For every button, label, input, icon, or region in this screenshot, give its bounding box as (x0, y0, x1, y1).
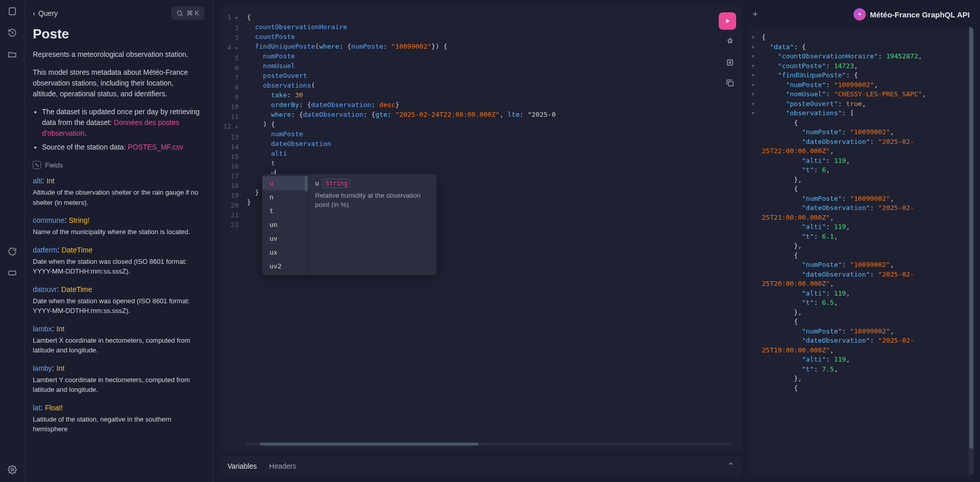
chevron-up-icon[interactable]: ⌃ (727, 461, 734, 471)
explorer-icon[interactable] (7, 49, 17, 59)
field-name: lat (33, 404, 40, 412)
field-name: datouvr (33, 285, 57, 294)
field-name: alti (33, 177, 42, 185)
field-desc: Lambert X coordinate in hectometers, com… (33, 336, 204, 355)
query-editor[interactable]: 1 ▼234 ▼56789101112 ▼1314151617181920212… (219, 6, 742, 451)
field-type: Int (47, 177, 55, 185)
play-icon (724, 17, 731, 25)
tab-headers[interactable]: Headers (269, 462, 296, 470)
doc-summary: Represents a meteorological observation … (33, 49, 204, 60)
field-type: String! (69, 216, 89, 224)
fields-section-header: Fields (33, 161, 204, 169)
svg-rect-0 (9, 8, 15, 15)
doc-title: Poste (33, 26, 204, 42)
field-item[interactable]: commune: String!Name of the municipality… (33, 216, 204, 237)
field-type: Int (56, 325, 65, 333)
run-button[interactable] (719, 12, 736, 30)
doc-pane: ‹ Query ⌘ K Poste Represents a meteorolo… (25, 0, 213, 482)
breadcrumb-label: Query (38, 9, 58, 17)
svg-rect-1 (9, 271, 16, 275)
keyboard-icon[interactable] (7, 268, 17, 278)
ac-doc-field: u (315, 179, 319, 187)
field-desc: Altitude of the observation shelter or t… (33, 187, 204, 207)
search-shortcut: ⌘ K (186, 9, 199, 17)
doc-bullet: The dataset is updated once per day by r… (42, 107, 204, 139)
svg-point-8 (35, 163, 36, 164)
prettify-icon[interactable] (724, 36, 736, 48)
fields-label: Fields (45, 161, 63, 169)
ac-doc-desc: Relative humidity at the observation poi… (315, 191, 430, 209)
svg-point-9 (38, 166, 39, 167)
field-item[interactable]: lat: Float!Latitude of the station, nega… (33, 403, 204, 434)
settings-icon[interactable] (7, 465, 17, 475)
autocomplete-popup: untunuvuxuv2 u String Relative humidity … (262, 174, 436, 275)
response-viewer[interactable]: ▼▼▼▼▼▼▼▼▼ { "data": { "countObservationH… (748, 27, 974, 476)
field-name: commune (33, 216, 64, 224)
main-area: 1 ▼234 ▼56789101112 ▼1314151617181920212… (213, 0, 980, 482)
svg-point-7 (36, 164, 38, 166)
field-desc: Date when the station was opened (ISO 86… (33, 296, 204, 316)
field-desc: Date when the station was closed (ISO 86… (33, 257, 204, 277)
copy-icon[interactable] (724, 77, 736, 89)
refresh-icon[interactable] (7, 246, 17, 257)
svg-point-4 (11, 469, 13, 471)
autocomplete-item[interactable]: un (262, 218, 308, 232)
logo-icon: ✦ (853, 8, 866, 20)
autocomplete-item[interactable]: uv2 (262, 259, 308, 273)
field-name: lamby (33, 364, 52, 372)
svg-rect-11 (728, 81, 733, 86)
tab-variables[interactable]: Variables (227, 462, 257, 470)
field-item[interactable]: alti: IntAltitude of the observation she… (33, 176, 204, 207)
merge-icon[interactable] (724, 56, 736, 69)
field-name: datferm (33, 246, 57, 254)
field-item[interactable]: datouvr: DateTimeDate when the station w… (33, 285, 204, 316)
search-icon (176, 10, 183, 17)
history-icon[interactable] (7, 28, 17, 38)
doc-detail: This model stores metadata about Météo-F… (33, 67, 204, 99)
fields-icon (33, 161, 41, 169)
autocomplete-scrollbar[interactable] (305, 176, 307, 192)
breadcrumb[interactable]: ‹ Query (33, 9, 58, 17)
autocomplete-item[interactable]: uv (262, 232, 308, 245)
svg-line-6 (181, 14, 182, 16)
autocomplete-item[interactable]: ux (262, 245, 308, 259)
search-button[interactable]: ⌘ K (171, 6, 204, 20)
field-type: DateTime (61, 285, 92, 294)
bottom-tabs: Variables Headers ⌃ (219, 456, 742, 476)
autocomplete-item[interactable]: t (262, 204, 308, 218)
field-item[interactable]: lambx: IntLambert X coordinate in hectom… (33, 324, 204, 355)
field-type: Float! (45, 404, 63, 412)
field-item[interactable]: datferm: DateTimeDate when the station w… (33, 245, 204, 277)
doc-link[interactable]: POSTES_MF.csv (128, 143, 183, 151)
left-icon-bar (0, 0, 25, 482)
docs-icon[interactable] (7, 6, 17, 16)
doc-link[interactable]: Données des postes d'observation (42, 118, 179, 137)
field-item[interactable]: lamby: IntLambert Y coordinate in hectom… (33, 364, 204, 395)
ac-doc-type: String (323, 179, 350, 188)
field-desc: Name of the municipality where the stati… (33, 227, 204, 237)
doc-bullet: Source of the station data: POSTES_MF.cs… (42, 142, 204, 153)
field-desc: Latitude of the station, negative in the… (33, 414, 204, 434)
field-name: lambx (33, 325, 52, 333)
api-title: Météo-France GraphQL API (870, 10, 970, 19)
horizontal-scrollbar[interactable] (245, 443, 732, 446)
chevron-left-icon: ‹ (33, 9, 35, 17)
autocomplete-item[interactable]: u (262, 176, 308, 190)
field-type: Int (56, 364, 65, 372)
response-scrollbar[interactable] (969, 27, 974, 476)
svg-point-5 (177, 11, 181, 15)
field-desc: Lambert Y coordinate in hectometers, com… (33, 375, 204, 395)
field-type: DateTime (61, 246, 92, 254)
add-tab-button[interactable]: + (753, 9, 758, 20)
autocomplete-item[interactable]: n (262, 190, 308, 204)
